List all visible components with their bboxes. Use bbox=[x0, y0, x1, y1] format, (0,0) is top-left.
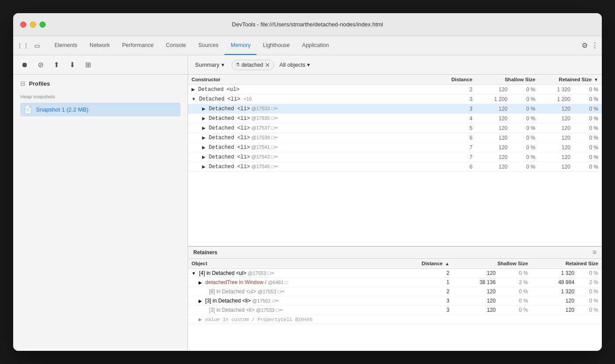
objects-dropdown[interactable]: All objects ▾ bbox=[279, 61, 310, 68]
tab-memory[interactable]: Memory bbox=[224, 36, 257, 55]
minimize-button[interactable] bbox=[30, 22, 36, 28]
retainers-row[interactable]: ▶ detachedTree in Window / @6461 □ 1 38 … bbox=[188, 278, 602, 287]
constructor-cell: ▶ Detached <li> @17537 □✂ bbox=[188, 123, 422, 133]
sidebar-content: ⊟ Profiles Heap snapshots 📄 Snapshot 1 (… bbox=[13, 75, 188, 351]
expand-arrow-icon[interactable]: ▶ bbox=[202, 116, 206, 121]
maximize-button[interactable] bbox=[40, 22, 46, 28]
tab-performance[interactable]: Performance bbox=[116, 36, 160, 55]
filter-close-button[interactable]: ✕ bbox=[265, 61, 270, 68]
ret-object-cell: [6] in Detached <ul> @17553 □✂ bbox=[188, 287, 403, 296]
col-constructor[interactable]: Constructor bbox=[188, 75, 422, 85]
ret-sort-arrow-icon: ▲ bbox=[445, 261, 449, 266]
table-row[interactable]: ▶ Detached <li> @17539 □✂ 6 120 0 % 120 … bbox=[188, 133, 602, 143]
heap-table: Constructor Distance Shallow Size Retain… bbox=[188, 75, 602, 172]
retainers-header-row: Object Distance ▲ Shallow Size Retained … bbox=[188, 259, 602, 269]
ret-object-cell: ▶ value in custom / PropertyCell @20485 bbox=[188, 315, 403, 324]
table-row[interactable]: ▶ Detached <li> @17541 □✂ 7 120 0 % 120 … bbox=[188, 143, 602, 152]
col-shallow-size[interactable]: Shallow Size bbox=[476, 75, 539, 85]
constructor-cell: ▶ Detached <li> @17541 □✂ bbox=[188, 143, 422, 152]
profiles-label: Profiles bbox=[29, 80, 50, 87]
constructor-cell: ▶ Detached <li> @17539 □✂ bbox=[188, 133, 422, 143]
col-retained-size[interactable]: Retained Size ▼ bbox=[539, 75, 602, 85]
upload-button[interactable]: ⬆ bbox=[50, 59, 62, 71]
tab-console[interactable]: Console bbox=[160, 36, 192, 55]
download-button[interactable]: ⬇ bbox=[66, 59, 78, 71]
content-area: Summary ▾ ⚗ detached ✕ All objects ▾ bbox=[188, 55, 602, 351]
heap-table-container[interactable]: Constructor Distance Shallow Size Retain… bbox=[188, 75, 602, 246]
expand-arrow-icon[interactable]: ▶ bbox=[192, 87, 195, 92]
record-button[interactable]: ⏺ bbox=[18, 59, 31, 71]
expand-arrow-icon[interactable]: ▶ bbox=[202, 106, 206, 111]
expand-arrow-icon[interactable]: ▶ bbox=[202, 155, 206, 159]
table-row[interactable]: ▶ Detached <li> @17533 □✂ 3 120 0 % 120 … bbox=[188, 104, 602, 114]
ret-object-cell: ▶ detachedTree in Window / @6461 □ bbox=[188, 278, 403, 287]
ret-col-distance[interactable]: Distance ▲ bbox=[403, 259, 453, 269]
retainers-row[interactable]: ▶ value in custom / PropertyCell @20485 bbox=[188, 315, 602, 324]
expand-arrow-icon[interactable]: ▶ bbox=[202, 164, 206, 169]
tab-network[interactable]: Network bbox=[83, 36, 116, 55]
retainers-row[interactable]: ▼ [4] in Detached <ul> @17553 □✂ 2 120 0… bbox=[188, 269, 602, 278]
nav-icons: ⋮⋮ ▭ bbox=[17, 40, 48, 52]
table-row[interactable]: ▼ Detached <li> ×10 3 1 200 0 % 1 200 0 … bbox=[188, 94, 602, 104]
expand-arrow-icon[interactable]: ▶ bbox=[199, 280, 202, 285]
filter-label: detached bbox=[242, 62, 263, 68]
clear-button[interactable]: ⊘ bbox=[34, 59, 47, 71]
ret-object-cell: ▼ [4] in Detached <ul> @17553 □✂ bbox=[188, 269, 403, 278]
inspect-icon[interactable]: ⋮⋮ bbox=[17, 40, 29, 52]
retainers-table: Object Distance ▲ Shallow Size Retained … bbox=[188, 259, 602, 324]
table-row[interactable]: ▶ Detached <li> @17535 □✂ 4 120 0 % 120 … bbox=[188, 114, 602, 123]
retainers-options-icon[interactable]: ≡ bbox=[593, 249, 597, 256]
tab-application[interactable]: Application bbox=[296, 36, 335, 55]
snapshot-item[interactable]: 📄 Snapshot 1 (2.2 MB) bbox=[20, 103, 181, 116]
ret-col-object[interactable]: Object bbox=[188, 259, 403, 269]
objects-label: All objects bbox=[279, 61, 305, 68]
table-row[interactable]: ▶ Detached <li> @17537 □✂ 5 120 0 % 120 … bbox=[188, 123, 602, 133]
device-icon[interactable]: ▭ bbox=[31, 40, 43, 52]
close-button[interactable] bbox=[20, 22, 26, 28]
table-header-row: Constructor Distance Shallow Size Retain… bbox=[188, 75, 602, 85]
expand-arrow-icon[interactable]: ▶ bbox=[199, 299, 202, 303]
profiles-settings-icon[interactable]: ⊟ bbox=[20, 80, 25, 87]
expand-arrow-icon[interactable]: ▼ bbox=[192, 97, 196, 101]
retainers-row[interactable]: [3] in Detached <li> @17533 □✂ 3 120 0 %… bbox=[188, 306, 602, 315]
navbar: ⋮⋮ ▭ Elements Network Performance Consol… bbox=[13, 36, 602, 55]
objects-chevron-icon: ▾ bbox=[307, 61, 310, 68]
garbage-collect-button[interactable]: ⊞ bbox=[82, 59, 94, 71]
ret-object-cell: [3] in Detached <li> @17533 □✂ bbox=[188, 306, 403, 315]
more-options-icon[interactable]: ⋮ bbox=[591, 41, 598, 50]
table-row[interactable]: ▶ Detached <li> @17545 □✂ 6 120 0 % 120 … bbox=[188, 162, 602, 172]
table-row[interactable]: ▶ Detached <ul> 2 120 0 % 1 320 0 % bbox=[188, 85, 602, 94]
sort-arrow-icon: ▼ bbox=[594, 77, 598, 82]
ret-object-cell: ▶ [3] in Detached <li> @17551 □✂ bbox=[188, 296, 403, 306]
expand-arrow-icon[interactable]: ▼ bbox=[192, 271, 196, 276]
retainers-section[interactable]: Object Distance ▲ Shallow Size Retained … bbox=[188, 259, 602, 351]
heap-snapshots-label: Heap snapshots bbox=[20, 94, 181, 99]
ret-col-shallow[interactable]: Shallow Size bbox=[453, 259, 532, 269]
retainers-row[interactable]: ▶ [3] in Detached <li> @17551 □✂ 3 120 0… bbox=[188, 296, 602, 306]
tab-sources[interactable]: Sources bbox=[192, 36, 224, 55]
expand-arrow-icon[interactable]: ▶ bbox=[202, 135, 206, 140]
expand-arrow-icon[interactable]: ▶ bbox=[199, 317, 202, 322]
constructor-cell: ▶ Detached <li> @17543 □✂ bbox=[188, 152, 422, 162]
constructor-cell: ▼ Detached <li> ×10 bbox=[188, 94, 422, 104]
retainers-row[interactable]: [6] in Detached <ul> @17553 □✂ 2 120 0 %… bbox=[188, 287, 602, 296]
settings-icon[interactable]: ⚙ bbox=[582, 41, 588, 50]
filter-chip: ⚗ detached ✕ bbox=[232, 60, 274, 70]
window-title: DevTools - file:///Users/stmarthe/detach… bbox=[232, 21, 383, 28]
filter-icon: ⚗ bbox=[235, 62, 240, 68]
ret-col-retained[interactable]: Retained Size bbox=[532, 259, 602, 269]
expand-arrow-icon[interactable]: ▶ bbox=[202, 145, 206, 150]
content-toolbar: Summary ▾ ⚗ detached ✕ All objects ▾ bbox=[188, 55, 602, 75]
table-row[interactable]: ▶ Detached <li> @17543 □✂ 7 120 0 % 120 … bbox=[188, 152, 602, 162]
nav-right: ⚙ ⋮ bbox=[582, 41, 598, 50]
snapshot-icon: 📄 bbox=[24, 105, 33, 114]
expand-arrow-icon[interactable]: ▶ bbox=[202, 126, 206, 130]
main-layout: ⏺ ⊘ ⬆ ⬇ ⊞ ⊟ Profiles Heap snapshots 📄 Sn… bbox=[13, 55, 602, 351]
sidebar-toolbar: ⏺ ⊘ ⬆ ⬇ ⊞ bbox=[13, 55, 188, 75]
snapshot-label: Snapshot 1 (2.2 MB) bbox=[36, 106, 88, 113]
tab-elements[interactable]: Elements bbox=[48, 36, 83, 55]
summary-dropdown[interactable]: Summary ▾ bbox=[192, 60, 228, 70]
col-distance[interactable]: Distance bbox=[422, 75, 476, 85]
tab-lighthouse[interactable]: Lighthouse bbox=[257, 36, 296, 55]
sidebar: ⏺ ⊘ ⬆ ⬇ ⊞ ⊟ Profiles Heap snapshots 📄 Sn… bbox=[13, 55, 188, 351]
